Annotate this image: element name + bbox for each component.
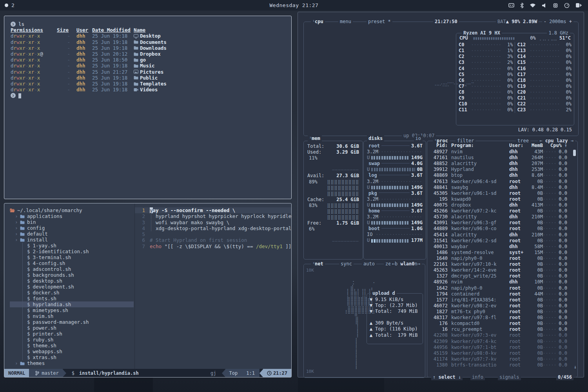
process-row[interactable]: 48317 kworker/u97:8-fl root 0B ········ … [430, 315, 567, 321]
tree-item[interactable]: › $ 2-identification.sh [10, 249, 134, 254]
proc-select-button[interactable]: ↑ select ↓ [431, 374, 463, 380]
tree-item[interactable]: › $ ruby.sh [10, 337, 134, 343]
process-row[interactable]: 1642 napi/phy0-0 root 0B ········ 0.0 [430, 285, 567, 291]
top-bar: 2 Wednesday 21:27 [0, 0, 588, 11]
tree-item[interactable]: › $ docker.sh [10, 290, 134, 296]
preset-button[interactable]: preset * [367, 19, 392, 25]
tree-item[interactable]: › $ themes [10, 360, 134, 366]
process-row[interactable]: 45263 kworker/14:2-eve root 0B ········ … [430, 267, 567, 273]
process-row[interactable]: 1827 mt76-tx phy0 root 0B ········ 0.0 [430, 309, 567, 315]
tree-item[interactable]: › $ ~/.local/share/omarchy [10, 207, 134, 213]
process-row[interactable]: 1577 irq/81-PIXA3854: root 0B ········ 0… [430, 297, 567, 303]
process-row[interactable]: 48927 nvim dhh 43M ········ 0.0 [430, 149, 567, 155]
tree-item[interactable]: › $ 4-config.sh [10, 260, 134, 266]
net-stats-title: upload d [371, 290, 397, 296]
file-name: Music [134, 63, 155, 69]
editor-pane[interactable]: 1 yay -S --noconfirm --needed \ 2 │ hypr… [134, 203, 291, 369]
window-neovim[interactable]: › $ ~/.local/share/omarchy › $ applicati… [4, 203, 292, 377]
process-row[interactable]: 48852 alacritty dhh 207M ········ 0.0 [430, 161, 567, 167]
process-row[interactable]: 1486 systemd-resolve syst+ 15M ········ … [430, 250, 567, 256]
process-row[interactable]: 195 kswapd0 root 0B ········ 0.0 [430, 196, 567, 202]
process-row[interactable]: 46072 kworker/u98:2-ev root 0B ········ … [430, 303, 567, 309]
tree-item[interactable]: › $ default [10, 231, 134, 237]
tree-item[interactable]: › $ xtras.sh [10, 354, 134, 360]
process-row[interactable]: 42309 kworker/u97:4-kc root 0B ········ … [430, 339, 567, 345]
process-row[interactable]: 48869 btop dhh 8.6M ········ 0.0 [430, 172, 567, 178]
proc-scrollbar-thumb[interactable] [573, 150, 576, 156]
tab-io[interactable]: io [414, 136, 423, 142]
process-row[interactable]: 1794 containerd root 44M ········ 0.0 [430, 291, 567, 297]
process-row[interactable]: 31541 kworker/u96:2-sd root 0B ········ … [430, 238, 567, 244]
tree-item[interactable]: › $ fonts.sh [10, 296, 134, 301]
tree-item[interactable]: › $ desktop.sh [10, 278, 134, 284]
tree-item[interactable]: › $ theme.sh [10, 343, 134, 348]
tree-item[interactable]: › $ development.sh [10, 284, 134, 290]
tab-mem[interactable]: ²mem [308, 136, 322, 142]
tree-item[interactable]: › $ adscontrol.sh [10, 266, 134, 272]
tree-item[interactable]: › $ mimetypes.sh [10, 307, 134, 313]
tree-item[interactable]: › $ 1-yay.sh [10, 243, 134, 249]
folder-icon [20, 226, 25, 230]
clock[interactable]: Wednesday 21:27 [0, 2, 588, 8]
process-row[interactable]: 48926 nvim dhh 10M ········ 0.0 [430, 279, 567, 285]
tree-item[interactable]: › $ 3-terminal.sh [10, 254, 134, 260]
prompt-line-current[interactable]: ❯ [11, 93, 285, 98]
process-row[interactable]: 1380 btrfs-transactio root 0B ········ 0… [430, 362, 567, 368]
tree-item-label: applications [27, 213, 62, 219]
proc-info-button[interactable]: info [470, 374, 485, 380]
tab-net[interactable]: ³net [311, 261, 325, 267]
process-row[interactable]: 43091 kworker/u96:3-gf root 0B ········ … [430, 220, 567, 226]
menu-button[interactable]: menu [338, 19, 353, 25]
process-row[interactable]: 48841 swaybg dhh 8.4M ········ 0.0 [430, 185, 567, 191]
process-row[interactable]: 44956 kworker/u97:1-bt root 0B ········ … [430, 345, 567, 350]
tree-item[interactable]: › $ nvim.sh [10, 313, 134, 319]
process-row[interactable]: 45266 kworker/u97:2-kc root 0B ········ … [430, 208, 567, 214]
tree-item[interactable]: › $ power.sh [10, 325, 134, 331]
process-row[interactable]: 39912 Hyprland dhh 253M ········ 0.0 [430, 167, 567, 172]
net-auto-button[interactable]: auto [362, 261, 376, 267]
proc-signals-button[interactable]: signals [498, 374, 521, 380]
process-row[interactable]: 16 rcu_preempt root 0B ········ 0.0 [430, 327, 567, 332]
ls-row: drwxr-xr-x - dhh 25 Jun 19:18 Downloads [11, 45, 285, 51]
process-row[interactable]: 1327 dmcrypt_write/25 root 0B ········ 0… [430, 273, 567, 279]
tab-cpu[interactable]: ¹cpu [311, 19, 325, 25]
process-row[interactable]: 40075 dropbox dhh 413M ········ 0.0 [430, 202, 567, 208]
tree-item[interactable]: › $ applications [10, 213, 134, 219]
tree-item[interactable]: › $ printer.sh [10, 331, 134, 337]
window-btop[interactable]: ¹cpu menu preset * 21:27:50 BAT▲ 98% 2.8… [298, 12, 584, 377]
process-row[interactable]: 47161 nautilus dhh 264M ········ 0.0 [430, 155, 567, 161]
ls-rows: drwxr-xr-x - dhh 25 Jun 19:18 Desktop dr… [11, 33, 285, 93]
cpu-box: ¹cpu menu preset * 21:27:50 BAT▲ 98% 2.8… [303, 22, 579, 136]
tree-item[interactable]: › $ webapps.sh [10, 348, 134, 354]
clock-icon [267, 371, 272, 376]
tree-item[interactable]: › $ backgrounds.sh [10, 272, 134, 278]
tree-item[interactable]: › $ bin [10, 219, 134, 225]
tree-item[interactable]: › $ password-manager.sh [10, 319, 134, 325]
disk-entry: swap4.0G U0B [367, 161, 423, 172]
tab-disks[interactable]: disks [367, 136, 384, 142]
process-row[interactable]: 45730 alacritty dhh 210M ········ 0.0 [430, 214, 567, 220]
update-interval[interactable]: - 2000ms + [542, 19, 573, 25]
disk-entry: pkg3.6T 3.2M················· U149G [367, 191, 423, 208]
scroll-down-icon[interactable]: ↓ [574, 364, 577, 370]
process-row[interactable]: 47613 kworker/u96:4-sd root 0B ········ … [430, 179, 567, 185]
process-row[interactable]: 45414 alacritty dhh 210M ········ 0.0 [430, 232, 567, 238]
process-row[interactable]: 45159 kworker/u98:0-kv root 0B ········ … [430, 350, 567, 356]
process-row[interactable]: 44889 kworker/u96:0-co root 0B ········ … [430, 226, 567, 232]
process-row[interactable]: 176 kcompactd0 root 0B ········ 0.0 [430, 321, 567, 327]
tree-item[interactable]: › $ config [10, 225, 134, 231]
net-interface[interactable]: ←b wlan0n→ [390, 261, 422, 267]
process-row[interactable]: 40013 waybar dhh 58M ········ 0.0 [430, 244, 567, 250]
proc-header[interactable]: Pid: Program: User: MemB Cpu% ↑ [430, 143, 567, 149]
script-icon: $ [27, 319, 30, 325]
process-row[interactable]: 42208 kworker/u97:3-ev root 0B ········ … [430, 332, 567, 338]
tree-item[interactable]: › $ install [10, 237, 134, 243]
process-row[interactable]: 41174 kworker/u97:7-kv root 0B ········ … [430, 356, 567, 362]
window-terminal[interactable]: ❯ ls Permissions Size User Date Modified… [4, 16, 292, 199]
tree-item[interactable]: › $ hyprlandia.sh [10, 301, 134, 307]
process-row[interactable]: 1640 napi/phy0-0 root 0B ········ 0.0 [430, 256, 567, 261]
net-sync-button[interactable]: sync [339, 261, 354, 267]
process-row[interactable]: 22161 kworker/u97:10-k root 0B ········ … [430, 261, 567, 267]
process-row[interactable]: 45305 kworker/u96:1-sd root 0B ········ … [430, 191, 567, 196]
user: dhh [76, 45, 92, 51]
